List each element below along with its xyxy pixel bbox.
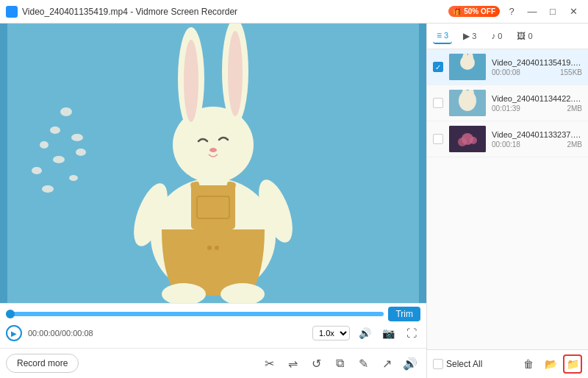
list-item[interactable]: Video_240401135419.mp4 00:00:08 155KB xyxy=(427,52,588,87)
controls-area: Trim ▶ 00:00:00/ 00:00:08 1.0x 0.5x 1.5x… xyxy=(0,310,426,349)
fullscreen-icon[interactable]: ⛶ xyxy=(406,331,420,346)
trim-button[interactable]: Trim xyxy=(390,313,420,326)
convert-icon[interactable]: ⇄ xyxy=(541,355,560,374)
audio-icon[interactable]: 🔊 xyxy=(562,355,581,374)
svg-point-10 xyxy=(64,200,76,209)
merge-icon[interactable]: ⧉ xyxy=(498,355,517,374)
file-meta-3: Video_240401133237.mp4 00:00:18 2MB xyxy=(492,130,582,147)
video-area xyxy=(0,24,426,310)
rotate-tool[interactable]: ↻ xyxy=(300,354,320,374)
video-content xyxy=(0,24,426,310)
title-bar: ▶ Video_240401135419.mp4 - Vidmore Scree… xyxy=(0,0,588,24)
svg-point-28 xyxy=(462,59,480,79)
tab-list[interactable]: ≡ 3 xyxy=(433,28,451,44)
file-info-2: 00:01:39 2MB xyxy=(492,104,582,113)
edit-icon[interactable]: ✏ xyxy=(520,355,539,374)
svg-point-7 xyxy=(56,176,69,187)
list-item[interactable]: Video_240401133237.mp4 00:00:18 2MB xyxy=(427,121,588,156)
video-frame xyxy=(0,24,426,310)
copy-tool[interactable]: ⧉ xyxy=(325,354,345,374)
volume-icon[interactable]: 🔊 xyxy=(365,331,379,346)
action-icons: 🗑 📁 📂 xyxy=(523,329,582,347)
main-container: Trim ▶ 00:00:00/ 00:00:08 1.0x 0.5x 1.5x… xyxy=(0,24,588,378)
list-count: 3 xyxy=(444,31,448,40)
file-size-2: 2MB xyxy=(567,104,582,113)
help-button[interactable]: ? xyxy=(509,4,525,20)
delete-icon[interactable]: 🗑 xyxy=(523,329,541,347)
file-duration-1: 00:00:08 xyxy=(492,70,520,78)
time-display: 00:00:00/ 00:00:08 xyxy=(28,334,96,343)
tab-image[interactable]: 🖼 0 xyxy=(517,29,539,43)
file-name-2: Video_240401134422.mp4 xyxy=(492,96,582,104)
file-checkbox-2[interactable] xyxy=(433,99,443,109)
minimize-button[interactable]: － xyxy=(528,4,544,20)
file-checkbox-1[interactable] xyxy=(433,64,443,74)
scissors-tool[interactable]: ✂ xyxy=(250,354,270,374)
file-meta-2: Video_240401134422.mp4 00:01:39 2MB xyxy=(492,96,582,113)
select-all-checkbox[interactable] xyxy=(433,334,442,343)
svg-point-20 xyxy=(226,142,232,146)
speed-select[interactable]: 1.0x 0.5x 1.5x 2.0x xyxy=(321,332,359,345)
folder-icon[interactable]: 📁 xyxy=(544,329,562,347)
tab-audio[interactable]: ♪ 0 xyxy=(490,29,507,43)
scissors-icon[interactable]: ✂ xyxy=(434,355,453,374)
play-button[interactable]: ▶ xyxy=(6,330,22,346)
svg-point-4 xyxy=(68,152,87,165)
left-panel: Trim ▶ 00:00:00/ 00:00:08 1.0x 0.5x 1.5x… xyxy=(0,24,426,378)
promo-badge[interactable]: 🎁 50% OFF xyxy=(448,6,500,17)
select-all-label: Select All xyxy=(446,334,479,343)
app-icon: ▶ xyxy=(6,6,18,18)
file-name-3: Video_240401133237.mp4 xyxy=(492,130,582,139)
equalizer-tool[interactable]: ⚌ xyxy=(275,354,295,374)
video-count: 3 xyxy=(473,32,478,40)
list-tab-icon: ≡ xyxy=(436,29,442,41)
right-panel: ≡ 3 ▶ 3 ♪ 0 🖼 0 xyxy=(426,24,588,378)
svg-point-36 xyxy=(454,138,466,149)
equalizer-icon[interactable]: ⚌ xyxy=(456,355,475,374)
file-duration-3: 00:00:18 xyxy=(492,139,520,147)
svg-point-8 xyxy=(106,147,118,156)
camera-icon[interactable]: 📷 xyxy=(385,331,400,346)
svg-point-6 xyxy=(81,183,98,195)
svg-rect-1 xyxy=(2,24,423,68)
audio-tab-icon: ♪ xyxy=(492,30,498,42)
right-bottom-controls: Select All 🗑 📁 📂 ✂ ⚌ ↻ ⧉ ✏ ⇄ 🔊 xyxy=(427,325,588,378)
close-button[interactable]: ✕ xyxy=(566,4,582,20)
video-tab-icon: ▶ xyxy=(463,30,471,42)
maximize-button[interactable]: □ xyxy=(547,4,563,20)
scrubber-row: Trim xyxy=(6,313,420,326)
playback-row: ▶ 00:00:00/ 00:00:08 1.0x 0.5x 1.5x 2.0x… xyxy=(6,329,420,348)
volume-tool[interactable]: 🔊 xyxy=(400,354,420,374)
title-bar-right: 🎁 50% OFF ? － □ ✕ xyxy=(448,4,582,20)
bottom-bar: Record more ✂ ⚌ ↻ ⧉ ✏ ⇄ 🔊 xyxy=(0,349,426,378)
svg-point-25 xyxy=(182,279,218,298)
file-info-3: 00:00:18 2MB xyxy=(492,139,582,147)
file-thumbnail-3 xyxy=(449,125,486,151)
scrubber-track[interactable] xyxy=(6,317,385,321)
edit-tool[interactable]: ✏ xyxy=(350,354,370,374)
rotate-icon[interactable]: ↻ xyxy=(477,355,496,374)
tab-video[interactable]: ▶ 3 xyxy=(460,29,481,43)
svg-point-37 xyxy=(467,135,482,148)
window-title: Video_240401135419.mp4 - Vidmore Screen … xyxy=(22,7,237,17)
list-item[interactable]: Video_240401134422.mp4 00:01:39 2MB xyxy=(427,87,588,121)
audio-count: 0 xyxy=(500,32,504,40)
svg-point-26 xyxy=(219,279,255,298)
file-size-1: 155KB xyxy=(560,70,582,78)
select-all-row: Select All 🗑 📁 📂 xyxy=(427,326,588,352)
file-meta-1: Video_240401135419.mp4 00:00:08 155KB xyxy=(492,61,582,78)
svg-rect-31 xyxy=(449,105,486,117)
file-name-1: Video_240401135419.mp4 xyxy=(492,61,582,70)
svg-point-33 xyxy=(470,94,479,109)
select-all-left: Select All xyxy=(433,334,479,343)
open-folder-icon[interactable]: 📂 xyxy=(564,329,582,347)
record-more-button[interactable]: Record more xyxy=(6,355,79,373)
tabs-row: ≡ 3 ▶ 3 ♪ 0 🖼 0 xyxy=(427,24,588,49)
svg-point-9 xyxy=(118,165,128,174)
convert-tool[interactable]: ⇄ xyxy=(375,354,395,374)
image-count: 0 xyxy=(532,32,537,40)
scrubber-handle[interactable] xyxy=(7,315,15,323)
file-checkbox-3[interactable] xyxy=(433,133,443,143)
file-thumbnail-1 xyxy=(449,56,486,82)
file-thumbnail-2 xyxy=(449,90,486,117)
